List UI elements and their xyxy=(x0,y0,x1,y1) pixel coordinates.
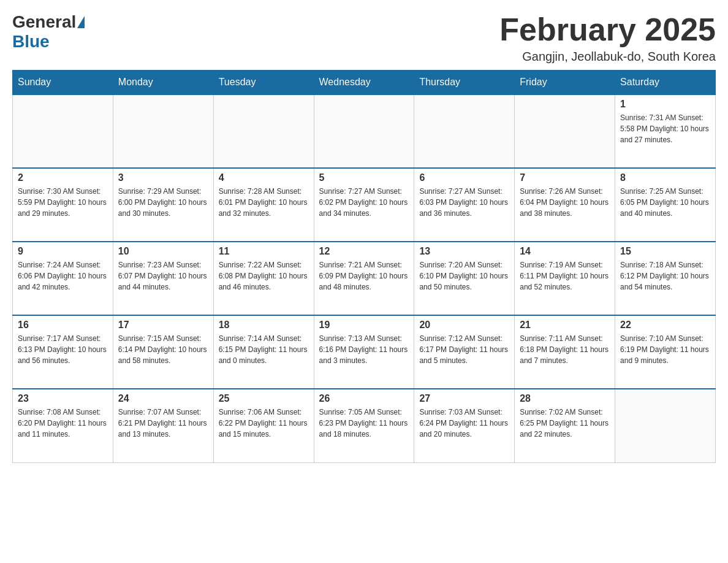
calendar-cell xyxy=(213,94,314,168)
day-number: 8 xyxy=(620,172,710,183)
calendar-cell: 26Sunrise: 7:05 AM Sunset: 6:23 PM Dayli… xyxy=(314,389,414,462)
calendar-cell: 6Sunrise: 7:27 AM Sunset: 6:03 PM Daylig… xyxy=(414,168,515,242)
calendar-cell: 17Sunrise: 7:15 AM Sunset: 6:14 PM Dayli… xyxy=(113,315,213,389)
day-info: Sunrise: 7:17 AM Sunset: 6:13 PM Dayligh… xyxy=(18,333,108,366)
header-wednesday: Wednesday xyxy=(314,71,414,95)
day-info: Sunrise: 7:13 AM Sunset: 6:16 PM Dayligh… xyxy=(319,333,409,366)
calendar-cell: 3Sunrise: 7:29 AM Sunset: 6:00 PM Daylig… xyxy=(113,168,213,242)
calendar-cell: 25Sunrise: 7:06 AM Sunset: 6:22 PM Dayli… xyxy=(213,389,314,462)
day-info: Sunrise: 7:18 AM Sunset: 6:12 PM Dayligh… xyxy=(620,259,710,293)
calendar-cell: 7Sunrise: 7:26 AM Sunset: 6:04 PM Daylig… xyxy=(515,168,615,242)
day-number: 19 xyxy=(319,320,409,331)
calendar-cell: 2Sunrise: 7:30 AM Sunset: 5:59 PM Daylig… xyxy=(13,168,113,242)
calendar-cell: 14Sunrise: 7:19 AM Sunset: 6:11 PM Dayli… xyxy=(515,242,615,315)
calendar-cell: 28Sunrise: 7:02 AM Sunset: 6:25 PM Dayli… xyxy=(515,389,615,462)
day-number: 16 xyxy=(18,320,108,331)
day-info: Sunrise: 7:03 AM Sunset: 6:24 PM Dayligh… xyxy=(419,407,509,440)
day-number: 22 xyxy=(620,320,710,331)
day-info: Sunrise: 7:31 AM Sunset: 5:58 PM Dayligh… xyxy=(620,112,710,145)
calendar-cell xyxy=(515,94,615,168)
day-info: Sunrise: 7:29 AM Sunset: 6:00 PM Dayligh… xyxy=(118,186,208,219)
day-number: 2 xyxy=(18,172,108,183)
day-number: 18 xyxy=(219,320,309,331)
week-row-1: 1Sunrise: 7:31 AM Sunset: 5:58 PM Daylig… xyxy=(13,94,716,168)
calendar-cell: 10Sunrise: 7:23 AM Sunset: 6:07 PM Dayli… xyxy=(113,242,213,315)
day-number: 1 xyxy=(620,99,710,110)
day-number: 25 xyxy=(219,393,309,404)
title-section: February 2025 Gangjin, Jeollabuk-do, Sou… xyxy=(499,12,716,64)
calendar-cell xyxy=(314,94,414,168)
day-info: Sunrise: 7:20 AM Sunset: 6:10 PM Dayligh… xyxy=(419,259,509,293)
page-header: General Blue February 2025 Gangjin, Jeol… xyxy=(12,12,716,64)
header-monday: Monday xyxy=(113,71,213,95)
calendar-header-row: SundayMondayTuesdayWednesdayThursdayFrid… xyxy=(13,71,716,95)
day-info: Sunrise: 7:05 AM Sunset: 6:23 PM Dayligh… xyxy=(319,407,409,440)
calendar-cell: 13Sunrise: 7:20 AM Sunset: 6:10 PM Dayli… xyxy=(414,242,515,315)
header-tuesday: Tuesday xyxy=(213,71,314,95)
day-number: 20 xyxy=(419,320,509,331)
day-number: 12 xyxy=(319,246,409,257)
logo-triangle-icon xyxy=(77,16,85,28)
day-info: Sunrise: 7:19 AM Sunset: 6:11 PM Dayligh… xyxy=(520,259,610,293)
calendar-cell: 8Sunrise: 7:25 AM Sunset: 6:05 PM Daylig… xyxy=(615,168,716,242)
week-row-2: 2Sunrise: 7:30 AM Sunset: 5:59 PM Daylig… xyxy=(13,168,716,242)
day-info: Sunrise: 7:07 AM Sunset: 6:21 PM Dayligh… xyxy=(118,407,208,440)
calendar-cell: 27Sunrise: 7:03 AM Sunset: 6:24 PM Dayli… xyxy=(414,389,515,462)
day-number: 24 xyxy=(118,393,208,404)
logo-blue-text: Blue xyxy=(12,32,50,52)
day-info: Sunrise: 7:27 AM Sunset: 6:02 PM Dayligh… xyxy=(319,186,409,219)
day-number: 9 xyxy=(18,246,108,257)
day-info: Sunrise: 7:22 AM Sunset: 6:08 PM Dayligh… xyxy=(219,259,309,293)
logo: General Blue xyxy=(12,12,86,52)
calendar-cell: 15Sunrise: 7:18 AM Sunset: 6:12 PM Dayli… xyxy=(615,242,716,315)
day-info: Sunrise: 7:06 AM Sunset: 6:22 PM Dayligh… xyxy=(219,407,309,440)
day-number: 14 xyxy=(520,246,610,257)
week-row-4: 16Sunrise: 7:17 AM Sunset: 6:13 PM Dayli… xyxy=(13,315,716,389)
day-number: 15 xyxy=(620,246,710,257)
calendar-cell: 21Sunrise: 7:11 AM Sunset: 6:18 PM Dayli… xyxy=(515,315,615,389)
day-info: Sunrise: 7:02 AM Sunset: 6:25 PM Dayligh… xyxy=(520,407,610,440)
calendar-cell: 18Sunrise: 7:14 AM Sunset: 6:15 PM Dayli… xyxy=(213,315,314,389)
day-info: Sunrise: 7:25 AM Sunset: 6:05 PM Dayligh… xyxy=(620,186,710,219)
day-number: 21 xyxy=(520,320,610,331)
calendar-cell: 12Sunrise: 7:21 AM Sunset: 6:09 PM Dayli… xyxy=(314,242,414,315)
day-info: Sunrise: 7:10 AM Sunset: 6:19 PM Dayligh… xyxy=(620,333,710,366)
week-row-5: 23Sunrise: 7:08 AM Sunset: 6:20 PM Dayli… xyxy=(13,389,716,462)
calendar-cell: 11Sunrise: 7:22 AM Sunset: 6:08 PM Dayli… xyxy=(213,242,314,315)
day-number: 17 xyxy=(118,320,208,331)
day-number: 4 xyxy=(219,172,309,183)
day-info: Sunrise: 7:14 AM Sunset: 6:15 PM Dayligh… xyxy=(219,333,309,366)
day-info: Sunrise: 7:11 AM Sunset: 6:18 PM Dayligh… xyxy=(520,333,610,366)
day-number: 26 xyxy=(319,393,409,404)
calendar-cell xyxy=(615,389,716,462)
calendar-cell: 4Sunrise: 7:28 AM Sunset: 6:01 PM Daylig… xyxy=(213,168,314,242)
header-saturday: Saturday xyxy=(615,71,716,95)
day-info: Sunrise: 7:12 AM Sunset: 6:17 PM Dayligh… xyxy=(419,333,509,366)
day-info: Sunrise: 7:23 AM Sunset: 6:07 PM Dayligh… xyxy=(118,259,208,293)
calendar-cell: 24Sunrise: 7:07 AM Sunset: 6:21 PM Dayli… xyxy=(113,389,213,462)
logo-text: General xyxy=(12,12,86,32)
calendar-cell: 1Sunrise: 7:31 AM Sunset: 5:58 PM Daylig… xyxy=(615,94,716,168)
logo-general-text: General xyxy=(12,12,76,32)
day-info: Sunrise: 7:21 AM Sunset: 6:09 PM Dayligh… xyxy=(319,259,409,293)
month-title: February 2025 xyxy=(499,12,716,47)
location-label: Gangjin, Jeollabuk-do, South Korea xyxy=(499,50,716,64)
day-info: Sunrise: 7:08 AM Sunset: 6:20 PM Dayligh… xyxy=(18,407,108,440)
calendar-cell: 19Sunrise: 7:13 AM Sunset: 6:16 PM Dayli… xyxy=(314,315,414,389)
day-number: 23 xyxy=(18,393,108,404)
day-number: 3 xyxy=(118,172,208,183)
calendar-cell xyxy=(414,94,515,168)
day-info: Sunrise: 7:24 AM Sunset: 6:06 PM Dayligh… xyxy=(18,259,108,293)
day-number: 27 xyxy=(419,393,509,404)
day-info: Sunrise: 7:27 AM Sunset: 6:03 PM Dayligh… xyxy=(419,186,509,219)
week-row-3: 9Sunrise: 7:24 AM Sunset: 6:06 PM Daylig… xyxy=(13,242,716,315)
calendar-cell: 16Sunrise: 7:17 AM Sunset: 6:13 PM Dayli… xyxy=(13,315,113,389)
calendar-cell xyxy=(113,94,213,168)
calendar-cell: 22Sunrise: 7:10 AM Sunset: 6:19 PM Dayli… xyxy=(615,315,716,389)
day-number: 10 xyxy=(118,246,208,257)
day-number: 6 xyxy=(419,172,509,183)
day-number: 5 xyxy=(319,172,409,183)
day-number: 28 xyxy=(520,393,610,404)
calendar-cell xyxy=(13,94,113,168)
day-info: Sunrise: 7:30 AM Sunset: 5:59 PM Dayligh… xyxy=(18,186,108,219)
